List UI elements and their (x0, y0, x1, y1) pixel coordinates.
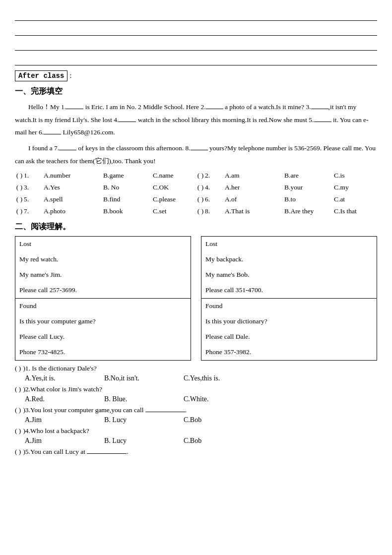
section2: 二、阅读理解。 Lost My red watch. My name's Jim… (15, 222, 377, 456)
choice-row-7a: ( ) 7. A.photo B.book C.set (15, 206, 196, 217)
notice-box-2: Lost My backpack. My name's Bob. Please … (201, 236, 377, 361)
choice-row-1b: ( ) 2. A.am B.are C.is (196, 170, 377, 181)
q2-text: )2.What color is Jim's watch? (23, 385, 102, 393)
paren-1: ( ) (15, 172, 24, 180)
choice-5c: C.please (153, 195, 193, 203)
q1-optB: B.No,it isn't. (104, 374, 184, 382)
reading-q1: ( ) )1. Is the dictionary Dale's? (15, 365, 377, 372)
choice-6c: C.at (334, 195, 374, 203)
top-line-4 (15, 55, 377, 65)
q3-blank (145, 412, 185, 412)
choice-5b: B.find (103, 195, 153, 203)
section1: 一、完形填空 Hello！My 1. is Eric. I am in No. … (15, 86, 377, 217)
blank-6 (44, 134, 61, 134)
q3-paren: ( ) (15, 406, 21, 414)
choice-row-5a: ( ) 5. A.spell B.find C.please (15, 194, 196, 205)
q1-optA: A.Yes,it is. (25, 374, 104, 382)
num-5: 5. (24, 195, 44, 203)
choice-row-3a: ( ) 3. A.Yes B. No C.OK (15, 182, 196, 193)
notice2-lost-name: My name's Bob. (201, 267, 377, 283)
blank-8 (191, 150, 208, 150)
paragraph1: Hello！My 1. is Eric. I am in No. 2 Middl… (15, 101, 377, 139)
reading-q5: ( ) )5.You can call Lucy at . (15, 448, 377, 456)
paren-2: ( ) (196, 172, 205, 180)
notice2-found-phone: Phone 357-3982. (201, 345, 377, 360)
choice-4c: C.my (334, 184, 374, 191)
choice-8a: A.That is (225, 207, 284, 215)
paren-4: ( ) (196, 184, 205, 191)
num-6: 6. (205, 195, 225, 203)
q4-paren: ( ) (15, 427, 21, 435)
q1-optC: C.Yes,this is. (184, 374, 243, 382)
q4-text: )4.Who lost a backpack? (23, 427, 89, 435)
reading-questions: ( ) )1. Is the dictionary Dale's? A.Yes,… (15, 365, 377, 456)
choice-1c: C.name (153, 172, 193, 180)
choice-4a: A.her (225, 184, 284, 191)
paren-6: ( ) (196, 195, 205, 203)
q3-text: )3.You lost your computer game,you can c… (23, 406, 187, 414)
num-1: 1. (24, 172, 44, 180)
q2-optC: C.White. (184, 395, 243, 403)
choice-3a: A.Yes (44, 184, 103, 191)
num-2: 2. (205, 172, 225, 180)
choice-5a: A.spell (44, 195, 103, 203)
reading-q3: ( ) )3.You lost your computer game,you c… (15, 406, 377, 414)
choice-3b: B. No (103, 184, 153, 191)
choice-6a: A.of (225, 195, 284, 203)
q2-optB: B. Blue. (104, 395, 184, 403)
q4-optC: C.Bob (184, 437, 243, 445)
q1-options: A.Yes,it is. B.No,it isn't. C.Yes,this i… (15, 374, 377, 382)
section-header: After class : (15, 70, 377, 81)
after-class-label: After class (15, 70, 67, 81)
choice-7b: B.book (103, 207, 153, 215)
q2-optA: A.Red. (25, 395, 104, 403)
q3-optA: A.Jim (25, 416, 104, 424)
num-4: 4. (205, 184, 225, 191)
q2-options: A.Red. B. Blue. C.White. (15, 395, 377, 403)
choice-8b: B.Are they (284, 207, 334, 215)
q5-blank (87, 453, 127, 454)
num-7: 7. (24, 207, 44, 215)
notice-box-1: Lost My red watch. My name's Jim. Please… (15, 236, 191, 361)
q4-optB: B. Lucy (104, 437, 184, 445)
choice-1b: B.game (103, 172, 153, 180)
q1-paren: ( ) (15, 365, 21, 372)
paren-8: ( ) (196, 207, 205, 215)
blank-5 (314, 122, 331, 122)
choices-grid: ( ) 1. A.number B.game C.name ( ) 2. A.a… (15, 170, 377, 217)
choice-2c: C.is (334, 172, 374, 180)
notice1-found-title: Found (15, 298, 191, 314)
notice1-found-item: Is this your computer game? (15, 314, 191, 329)
blank-3 (311, 109, 328, 109)
notice1-lost-name: My name's Jim. (15, 267, 191, 283)
q4-options: A.Jim B. Lucy C.Bob (15, 437, 377, 445)
paren-3: ( ) (15, 184, 24, 191)
notice2-lost-item: My backpack. (201, 252, 377, 267)
notice2-found-item: Is this your dictionary? (201, 314, 377, 329)
choice-row-5b: ( ) 6. A.of B.to C.at (196, 194, 377, 205)
choice-row-1a: ( ) 1. A.number B.game C.name (15, 170, 196, 181)
reading-q2: ( ) )2.What color is Jim's watch? (15, 385, 377, 393)
choice-2a: A.am (225, 172, 284, 180)
top-line-1 (15, 10, 377, 21)
choice-4b: B.your (284, 184, 334, 191)
top-line-2 (15, 25, 377, 36)
q3-options: A.Jim B. Lucy C.Bob (15, 416, 377, 424)
section2-title: 二、阅读理解。 (15, 222, 377, 232)
choice-7c: C.set (153, 207, 193, 215)
after-class-section: After class : 一、完形填空 Hello！My 1. is Eric… (15, 70, 377, 456)
q3-optC: C.Bob (184, 416, 243, 424)
choice-1a: A.number (44, 172, 103, 180)
blank-2 (206, 109, 223, 109)
notice1-found-phone: Phone 732-4825. (15, 345, 191, 360)
choice-6b: B.to (284, 195, 334, 203)
top-lines (15, 10, 377, 65)
choice-7a: A.photo (44, 207, 103, 215)
choice-8c: C.Is that (334, 207, 374, 215)
q4-optA: A.Jim (25, 437, 104, 445)
paren-5: ( ) (15, 195, 24, 203)
q2-paren: ( ) (15, 385, 21, 393)
q1-text: )1. Is the dictionary Dale's? (23, 365, 96, 372)
colon: : (69, 72, 71, 80)
paren-7: ( ) (15, 207, 24, 215)
